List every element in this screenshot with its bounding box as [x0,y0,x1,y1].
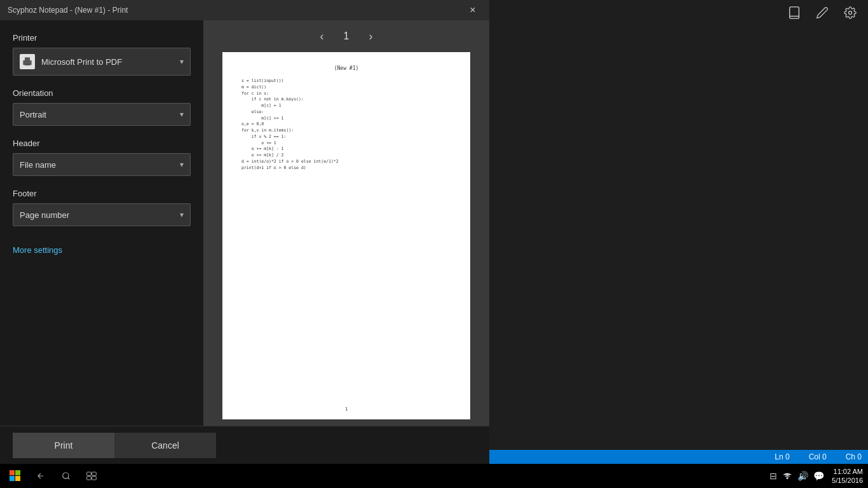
status-bar: Ln 0 Col 0 Ch 0 [489,450,868,464]
left-panel: Printer Microsoft Print to PDF ▾ Orienta… [0,20,203,426]
top-toolbar [489,0,868,25]
svg-rect-6 [10,470,15,475]
orientation-value: Portrait [20,110,46,119]
printer-dropdown[interactable]: Microsoft Print to PDF ▾ [13,48,191,76]
next-page-button[interactable]: › [362,27,379,45]
svg-line-11 [68,478,70,480]
printer-label: Printer [13,33,191,43]
preview-panel: ‹ 1 › (New #1) s = list(input()) m = dic… [203,20,489,426]
start-button[interactable] [5,466,25,486]
notification-icon: 💬 [813,471,824,481]
printer-icon [20,54,35,69]
close-button[interactable]: × [464,1,482,19]
svg-rect-15 [92,477,97,480]
header-label: Header [13,139,191,148]
footer-section: Footer Page number ▾ [13,189,191,226]
settings-icon[interactable] [843,5,858,20]
task-view-button[interactable] [81,466,102,486]
svg-point-10 [63,473,69,478]
search-button[interactable] [56,466,76,486]
printer-section: Printer Microsoft Print to PDF ▾ [13,33,191,76]
taskbar: ⊟ 🔊 💬 11:02 AM 5/15/2016 [0,464,868,488]
preview-page-footer: 1 [345,407,348,413]
header-value: File name [20,160,56,170]
dialog-titlebar: Scyphoz Notepad - (New #1) - Print × [0,0,489,20]
dialog-body: Printer Microsoft Print to PDF ▾ Orienta… [0,20,489,426]
pen-icon[interactable] [815,5,830,20]
svg-rect-13 [92,472,97,475]
footer-dropdown[interactable]: Page number ▾ [13,203,191,226]
svg-point-5 [29,62,30,62]
network-icon: ⊟ [770,471,777,481]
svg-rect-12 [87,472,92,475]
more-settings-link[interactable]: More settings [13,245,191,255]
character-number: Ch 0 [846,452,862,461]
volume-icon: 🔊 [797,471,808,481]
taskbar-right: ⊟ 🔊 💬 11:02 AM 5/15/2016 [770,467,863,485]
taskbar-system-icons: ⊟ 🔊 💬 [770,471,824,482]
page-preview: (New #1) s = list(input()) m = dict() fo… [222,52,470,419]
header-dropdown-arrow: ▾ [180,160,184,169]
orientation-section: Orientation Portrait ▾ [13,88,191,126]
preview-page-title: (New #1) [334,65,359,72]
time-display: 11:02 AM [832,467,863,476]
svg-rect-9 [15,476,20,481]
svg-rect-0 [790,7,799,18]
current-page-number: 1 [344,30,349,42]
prev-page-button[interactable]: ‹ [313,27,331,45]
printer-dropdown-arrow: ▾ [180,57,184,66]
print-button[interactable]: Print [13,433,114,458]
header-section: Header File name ▾ [13,139,191,176]
header-dropdown[interactable]: File name ▾ [13,153,191,176]
clock: 11:02 AM 5/15/2016 [832,467,863,485]
svg-rect-7 [15,470,20,475]
svg-rect-8 [10,476,15,481]
svg-rect-14 [87,477,92,480]
line-number: Ln 0 [775,452,789,461]
preview-navigation: ‹ 1 › [203,20,489,52]
orientation-dropdown-arrow: ▾ [180,110,184,119]
preview-code-content: s = list(input()) m = dict() for c in s:… [241,78,339,171]
print-dialog: Scyphoz Notepad - (New #1) - Print × Pri… [0,0,489,464]
column-number: Col 0 [809,452,827,461]
dialog-title: Scyphoz Notepad - (New #1) - Print [8,6,464,15]
back-button[interactable] [31,466,51,486]
orientation-dropdown[interactable]: Portrait ▾ [13,103,191,126]
wifi-icon [782,471,792,482]
date-display: 5/15/2016 [832,476,863,485]
dialog-buttons: Print Cancel [0,426,489,464]
printer-name: Microsoft Print to PDF [41,57,173,67]
svg-rect-4 [25,63,30,65]
svg-point-2 [849,11,852,15]
cancel-button[interactable]: Cancel [114,433,216,458]
footer-dropdown-arrow: ▾ [180,210,184,219]
tablet-icon[interactable] [787,5,802,20]
footer-label: Footer [13,189,191,198]
footer-value: Page number [20,210,69,220]
orientation-label: Orientation [13,88,191,98]
